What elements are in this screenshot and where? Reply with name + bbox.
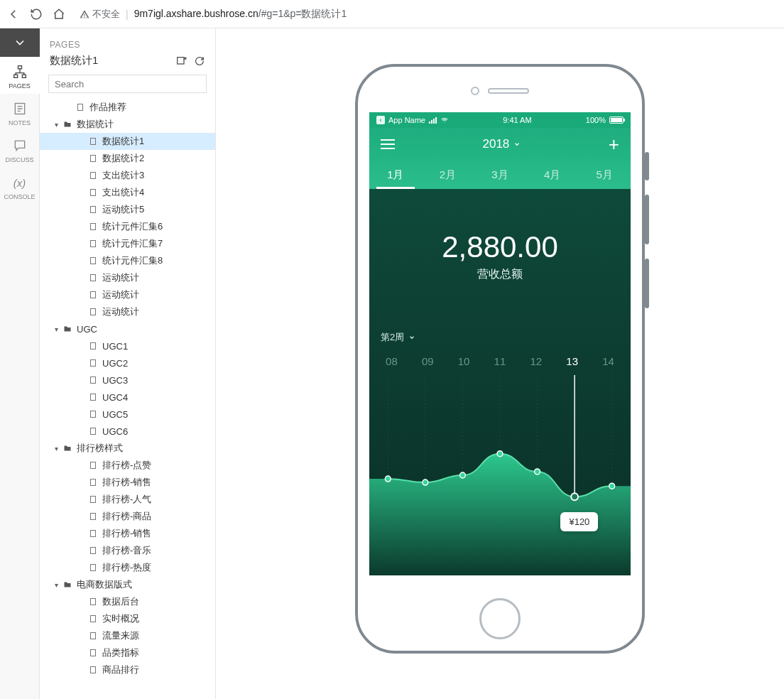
page-icon xyxy=(88,631,98,641)
tree-label: UGC1 xyxy=(102,341,128,352)
tree-label: 排行榜-点赞 xyxy=(102,459,151,472)
tree-page[interactable]: UGC4 xyxy=(40,389,215,406)
page-icon xyxy=(88,222,98,232)
refresh-icon[interactable] xyxy=(30,8,43,21)
day-label[interactable]: 11 xyxy=(494,355,506,367)
day-label[interactable]: 12 xyxy=(530,355,542,367)
tree-page[interactable]: 统计元件汇集7 xyxy=(40,235,215,252)
tree-page[interactable]: 流量来源 xyxy=(40,627,215,644)
tree-page[interactable]: 排行榜-销售 xyxy=(40,525,215,542)
pages-panel: PAGES 数据统计1 作品推荐▾数据统计数据统计1数据统计2支出统计3支出统计… xyxy=(40,28,216,699)
tree-page[interactable]: 统计元件汇集6 xyxy=(40,218,215,235)
tree-page[interactable]: UGC3 xyxy=(40,372,215,389)
tree-label: 支出统计4 xyxy=(102,186,144,199)
tree-folder[interactable]: ▾数据统计 xyxy=(40,116,215,133)
area-chart: ¥120 xyxy=(369,375,631,575)
tree-page[interactable]: 数据统计1 xyxy=(40,133,215,150)
tree-page[interactable]: 数据后台 xyxy=(40,593,215,610)
tree-page[interactable]: 数据统计2 xyxy=(40,150,215,167)
tree-page[interactable]: 排行榜-商品 xyxy=(40,508,215,525)
tree-page[interactable]: 运动统计 xyxy=(40,269,215,286)
search-input[interactable] xyxy=(48,75,207,93)
add-button[interactable]: + xyxy=(609,134,619,156)
reload-icon[interactable] xyxy=(194,55,205,67)
page-icon xyxy=(88,426,98,436)
tree-folder[interactable]: ▾电商数据版式 xyxy=(40,576,215,593)
home-icon[interactable] xyxy=(53,8,65,21)
svg-rect-27 xyxy=(91,531,96,537)
tree-folder[interactable]: ▾UGC xyxy=(40,320,215,337)
tree-page[interactable]: 作品推荐 xyxy=(40,99,215,116)
tree-page[interactable]: 运动统计 xyxy=(40,303,215,320)
svg-rect-33 xyxy=(91,650,96,656)
tree-label: 品类指标 xyxy=(102,646,139,659)
folder-icon xyxy=(62,443,72,453)
rail-notes[interactable]: NOTES xyxy=(0,94,40,131)
tree-page[interactable]: 支出统计4 xyxy=(40,184,215,201)
tree-page[interactable]: 统计元件汇集8 xyxy=(40,252,215,269)
export-icon[interactable] xyxy=(175,55,187,67)
tree-page[interactable]: 品类指标 xyxy=(40,644,215,661)
rail-label: NOTES xyxy=(9,119,31,126)
page-icon xyxy=(88,546,98,556)
address-bar[interactable]: 不安全 | 9m7igl.axshare.bushrose.cn/#g=1&p=… xyxy=(80,8,347,21)
chevron-down-icon: ▾ xyxy=(51,121,61,129)
tree-page[interactable]: 运动统计5 xyxy=(40,201,215,218)
month-tab[interactable]: 3月 xyxy=(474,161,526,189)
month-tab[interactable]: 5月 xyxy=(578,161,631,189)
day-label[interactable]: 14 xyxy=(602,355,614,367)
tree-page[interactable]: 排行榜-音乐 xyxy=(40,542,215,559)
day-label[interactable]: 09 xyxy=(422,355,434,367)
page-icon xyxy=(88,136,98,146)
tree-page[interactable]: 实时概况 xyxy=(40,610,215,627)
tree-page[interactable]: UGC5 xyxy=(40,406,215,423)
svg-rect-32 xyxy=(91,633,96,639)
tree-folder[interactable]: ▾排行榜样式 xyxy=(40,440,215,457)
svg-rect-29 xyxy=(91,565,96,571)
rail-pages[interactable]: PAGES xyxy=(0,57,40,94)
left-rail: PAGES NOTES DISCUSS (x) CONSOLE xyxy=(0,28,40,699)
back-badge-icon: ‹ xyxy=(376,116,385,124)
tree-page[interactable]: 运动统计 xyxy=(40,286,215,303)
month-tab[interactable]: 1月 xyxy=(369,161,422,189)
month-tab[interactable]: 4月 xyxy=(526,161,579,189)
day-label[interactable]: 08 xyxy=(386,355,398,367)
rail-console[interactable]: (x) CONSOLE xyxy=(0,168,40,205)
rail-collapse[interactable] xyxy=(0,28,40,57)
week-selector[interactable]: 第2周 xyxy=(381,331,415,344)
folder-icon xyxy=(62,324,72,334)
day-label[interactable]: 10 xyxy=(458,355,470,367)
chevron-down-icon: ▾ xyxy=(51,581,61,589)
tree-label: UGC4 xyxy=(102,392,128,403)
svg-rect-9 xyxy=(91,190,96,196)
page-tree[interactable]: 作品推荐▾数据统计数据统计1数据统计2支出统计3支出统计4运动统计5统计元件汇集… xyxy=(40,99,215,699)
year-selector[interactable]: 2018 xyxy=(482,137,521,151)
speaker-icon xyxy=(488,88,529,94)
stats-body: 2,880.00 营收总额 第2周 08091011121314 ¥120 xyxy=(369,189,631,575)
month-tab[interactable]: 2月 xyxy=(422,161,474,189)
tree-page[interactable]: 排行榜-销售 xyxy=(40,474,215,491)
tree-page[interactable]: UGC6 xyxy=(40,423,215,440)
page-icon xyxy=(88,665,98,675)
rail-discuss[interactable]: DISCUSS xyxy=(0,131,40,168)
menu-icon[interactable] xyxy=(381,139,395,149)
day-label[interactable]: 13 xyxy=(566,355,578,367)
page-icon xyxy=(88,256,98,266)
tree-page[interactable]: 商品排行 xyxy=(40,661,215,678)
page-icon xyxy=(88,153,98,163)
tree-page[interactable]: UGC2 xyxy=(40,354,215,372)
svg-point-49 xyxy=(609,483,615,489)
page-icon xyxy=(88,409,98,419)
svg-rect-13 xyxy=(91,258,96,264)
tree-label: UGC3 xyxy=(102,375,128,386)
back-icon[interactable] xyxy=(7,8,20,21)
tree-label: 电商数据版式 xyxy=(77,578,132,591)
tree-page[interactable]: 排行榜-点赞 xyxy=(40,457,215,474)
svg-rect-14 xyxy=(91,275,96,281)
tree-page[interactable]: UGC1 xyxy=(40,337,215,354)
tree-page[interactable]: 排行榜-人气 xyxy=(40,491,215,508)
tree-page[interactable]: 支出统计3 xyxy=(40,167,215,184)
home-button[interactable] xyxy=(479,598,521,639)
tree-page[interactable]: 排行榜-热度 xyxy=(40,559,215,576)
app-name: App Name xyxy=(388,116,425,124)
